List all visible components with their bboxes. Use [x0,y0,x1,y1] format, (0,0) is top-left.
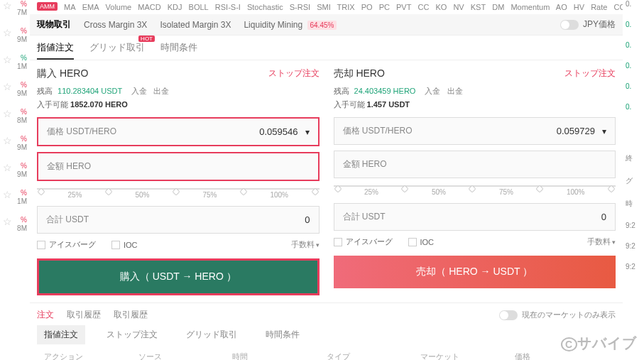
subtab-grid[interactable]: グリッド取引 [179,325,244,344]
subtab-time[interactable]: 時間条件 [258,325,307,344]
indicator[interactable]: Rate [591,3,607,11]
tab-time-condition[interactable]: 時間条件 [160,41,197,60]
indicator[interactable]: TRIX [337,3,355,11]
indicator[interactable]: EMA [82,3,99,11]
indicator[interactable]: KO [435,3,447,11]
right-sidebar-gutter: 0.0. 0.0. 0.0. 終 グ時 9:29:29:2 [623,0,644,360]
indicator[interactable]: DM [492,3,504,11]
indicator[interactable]: AO [556,3,567,11]
sell-fee-link[interactable]: 手数料 [587,236,616,247]
tab-cross-margin[interactable]: Cross Margin 3X [84,20,147,30]
buy-button[interactable]: 購入（ USDT → HERO ） [37,258,320,295]
toggle-switch-icon[interactable] [560,20,579,30]
buy-total-input[interactable]: 合計 USDT 0 [37,206,320,234]
sell-ioc-checkbox[interactable]: IOC [408,238,435,246]
amm-badge: AMM [37,2,58,11]
indicator[interactable]: PVT [396,3,411,11]
tab-trade-history-2[interactable]: 取引履歴 [114,309,148,321]
buy-ioc-checkbox[interactable]: IOC [111,241,138,249]
sell-title: 売却 HERO [334,67,385,80]
sell-total-input[interactable]: 合計 USDT 0 [334,203,616,231]
star-icon[interactable]: ☆ [3,216,12,228]
indicator[interactable]: NV [453,3,464,11]
indicator[interactable]: SMI [317,3,331,11]
sell-amount-input[interactable]: 金額 HERO [334,151,616,178]
sell-stop-order-link[interactable]: ストップ注文 [564,67,616,80]
subtab-stop[interactable]: ストップ注文 [99,325,165,344]
subtab-limit[interactable]: 指値注文 [37,325,85,344]
sell-deposit-link[interactable]: 入金 [425,87,440,95]
buy-percent-slider[interactable]: 25% 50% 75% 100% [37,187,320,206]
sell-balance-value: 24.403459 HERO [354,87,416,95]
indicator[interactable]: RSI-S-I [215,3,241,11]
buy-balance-value: 110.283404 USDT [58,87,122,95]
star-icon[interactable]: ☆ [3,0,12,12]
tab-orders[interactable]: 注文 [37,309,54,321]
indicator[interactable]: S-RSI [290,3,310,11]
left-sidebar-gutter: ☆%7M ☆%9M ☆%1M ☆%9M ☆%8M ☆%9M ☆%9M ☆%1M … [0,0,30,360]
tab-spot[interactable]: 現物取引 [37,18,71,31]
indicator[interactable]: CCI [613,3,623,11]
sell-iceberg-checkbox[interactable]: アイスバーグ [334,236,393,247]
tab-limit-order[interactable]: 指値注文 [37,41,74,60]
liquidity-rate-badge: 64.45% [307,21,337,30]
buy-panel: 購入 HERO ストップ注文 残高 110.283404 USDT 入金 出金 … [37,67,320,295]
indicator[interactable]: MA [64,3,76,11]
star-icon[interactable]: ☆ [3,162,12,174]
buy-fee-link[interactable]: 手数料 [291,239,320,250]
buy-available-value: 1852.070 HERO [70,100,128,109]
sell-button[interactable]: 売却（ HERO → USDT ） [334,256,616,288]
buy-iceberg-checkbox[interactable]: アイスバーグ [37,239,96,250]
hot-badge: HOT [138,36,155,42]
star-icon[interactable]: ☆ [3,54,12,66]
buy-amount-input[interactable]: 金額 HERO [37,152,320,181]
indicator[interactable]: PO [361,3,373,11]
star-icon[interactable]: ☆ [3,189,12,201]
indicator[interactable]: KST [471,3,486,11]
indicator[interactable]: MACD [138,3,160,11]
history-section: 注文 取引履歴 取引履歴 現在のマーケットのみ表示 指値注文 ストップ注文 グリ… [30,302,623,360]
star-icon[interactable]: ☆ [3,81,12,93]
chevron-down-icon[interactable]: ▾ [305,127,310,137]
indicator[interactable]: Stochastic [247,3,283,11]
history-table-header: アクション ソース 時間 タイプ マーケット 価格 [37,349,616,360]
current-market-only-toggle[interactable]: 現在のマーケットのみ表示 [499,310,616,320]
chevron-down-icon[interactable]: ▾ [602,126,606,136]
sell-percent-slider[interactable]: 25% 50% 75% 100% [334,184,616,203]
indicator[interactable]: BOLL [189,3,209,11]
indicator-bar: AMM MA EMA Volume MACD KDJ BOLL RSI-S-I … [30,0,623,14]
order-type-tabs: 指値注文 グリッド取引 HOT 時間条件 [30,36,623,60]
watermark: Cサバイブ [561,334,637,353]
buy-title: 購入 HERO [37,67,88,80]
sell-panel: 売却 HERO ストップ注文 残高 24.403459 HERO 入金 出金 入… [334,67,616,295]
indicator[interactable]: HV [574,3,584,11]
sell-available-value: 1.457 USDT [367,100,410,109]
tab-trade-history[interactable]: 取引履歴 [67,309,101,321]
tab-grid-trading[interactable]: グリッド取引 HOT [89,41,145,60]
tab-isolated-margin[interactable]: Isolated Margin 3X [160,20,231,30]
buy-deposit-link[interactable]: 入金 [131,87,147,95]
buy-stop-order-link[interactable]: ストップ注文 [268,67,320,80]
indicator[interactable]: PC [379,3,390,11]
tab-liquidity-mining[interactable]: Liquidity Mining 64.45% [244,20,337,30]
buy-price-input[interactable]: 価格 USDT/HERO 0.059546 ▾ [37,117,320,146]
star-icon[interactable]: ☆ [3,108,12,120]
sell-price-input[interactable]: 価格 USDT/HERO 0.059729 ▾ [334,117,616,145]
toggle-switch-icon[interactable] [499,310,518,320]
buy-withdraw-link[interactable]: 出金 [153,87,169,95]
star-icon[interactable]: ☆ [3,27,12,39]
jpy-price-toggle[interactable]: JPY価格 [560,18,616,31]
indicator[interactable]: Volume [106,3,132,11]
indicator[interactable]: CC [417,3,429,11]
indicator[interactable]: KDJ [168,3,182,11]
margin-tab-bar: 現物取引 Cross Margin 3X Isolated Margin 3X … [30,14,623,36]
indicator[interactable]: Momentum [511,3,550,11]
sell-withdraw-link[interactable]: 出金 [447,87,463,95]
star-icon[interactable]: ☆ [3,135,12,147]
